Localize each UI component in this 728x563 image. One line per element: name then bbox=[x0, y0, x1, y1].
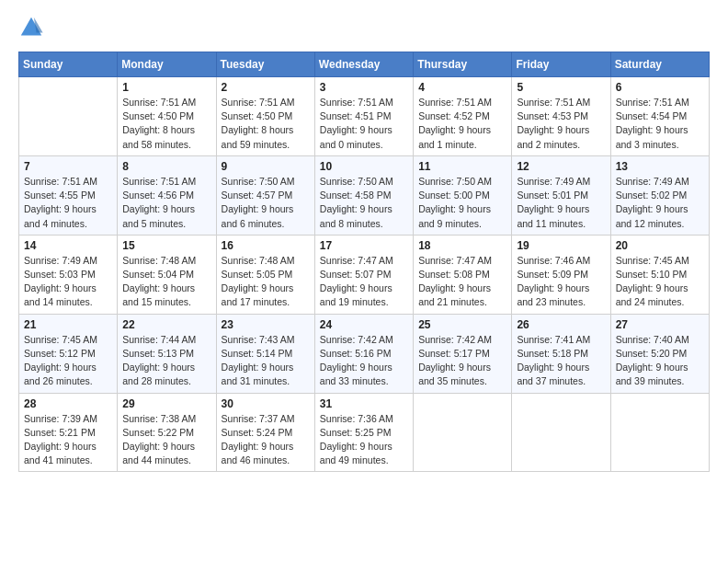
day-info: Sunrise: 7:43 AMSunset: 5:14 PMDaylight:… bbox=[222, 333, 310, 389]
calendar-cell: 13Sunrise: 7:49 AMSunset: 5:02 PMDayligh… bbox=[610, 155, 709, 235]
day-number: 21 bbox=[24, 318, 112, 331]
day-info: Sunrise: 7:38 AMSunset: 5:22 PMDaylight:… bbox=[122, 412, 210, 468]
day-of-week-header: Friday bbox=[512, 52, 610, 77]
calendar-cell: 18Sunrise: 7:47 AMSunset: 5:08 PMDayligh… bbox=[414, 235, 512, 314]
day-number: 12 bbox=[517, 160, 605, 173]
day-number: 23 bbox=[222, 318, 310, 331]
day-info: Sunrise: 7:50 AMSunset: 5:00 PMDaylight:… bbox=[418, 175, 506, 231]
day-info: Sunrise: 7:47 AMSunset: 5:08 PMDaylight:… bbox=[418, 254, 506, 310]
day-info: Sunrise: 7:46 AMSunset: 5:09 PMDaylight:… bbox=[517, 254, 605, 310]
day-number: 25 bbox=[418, 318, 506, 331]
calendar-cell: 14Sunrise: 7:49 AMSunset: 5:03 PMDayligh… bbox=[19, 235, 118, 314]
day-info: Sunrise: 7:45 AMSunset: 5:12 PMDaylight:… bbox=[24, 333, 112, 389]
day-info: Sunrise: 7:49 AMSunset: 5:01 PMDaylight:… bbox=[517, 175, 605, 231]
day-of-week-header: Tuesday bbox=[216, 52, 314, 77]
calendar-cell: 2Sunrise: 7:51 AMSunset: 4:50 PMDaylight… bbox=[216, 77, 314, 156]
calendar-cell: 28Sunrise: 7:39 AMSunset: 5:21 PMDayligh… bbox=[19, 393, 118, 472]
calendar-cell: 31Sunrise: 7:36 AMSunset: 5:25 PMDayligh… bbox=[314, 393, 413, 472]
day-number: 14 bbox=[24, 239, 112, 252]
calendar-cell: 12Sunrise: 7:49 AMSunset: 5:01 PMDayligh… bbox=[512, 155, 610, 235]
day-number: 27 bbox=[616, 318, 704, 331]
calendar-cell: 17Sunrise: 7:47 AMSunset: 5:07 PMDayligh… bbox=[314, 235, 413, 314]
day-number: 15 bbox=[122, 239, 210, 252]
calendar-header-row: SundayMondayTuesdayWednesdayThursdayFrid… bbox=[19, 52, 710, 77]
calendar-cell bbox=[414, 393, 512, 472]
calendar-cell: 4Sunrise: 7:51 AMSunset: 4:52 PMDaylight… bbox=[414, 77, 512, 156]
day-of-week-header: Sunday bbox=[19, 52, 118, 77]
day-info: Sunrise: 7:51 AMSunset: 4:54 PMDaylight:… bbox=[616, 96, 704, 152]
calendar-week-row: 1Sunrise: 7:51 AMSunset: 4:50 PMDaylight… bbox=[19, 77, 710, 156]
day-info: Sunrise: 7:42 AMSunset: 5:17 PMDaylight:… bbox=[418, 333, 506, 389]
day-number: 2 bbox=[222, 81, 310, 94]
day-number: 31 bbox=[320, 397, 408, 410]
calendar-cell: 29Sunrise: 7:38 AMSunset: 5:22 PMDayligh… bbox=[118, 393, 216, 472]
calendar-week-row: 14Sunrise: 7:49 AMSunset: 5:03 PMDayligh… bbox=[19, 235, 710, 314]
day-info: Sunrise: 7:42 AMSunset: 5:16 PMDaylight:… bbox=[320, 333, 408, 389]
page-header bbox=[18, 15, 710, 40]
day-info: Sunrise: 7:40 AMSunset: 5:20 PMDaylight:… bbox=[616, 333, 704, 389]
calendar-cell: 23Sunrise: 7:43 AMSunset: 5:14 PMDayligh… bbox=[216, 314, 314, 393]
day-info: Sunrise: 7:50 AMSunset: 4:58 PMDaylight:… bbox=[320, 175, 408, 231]
calendar-cell: 15Sunrise: 7:48 AMSunset: 5:04 PMDayligh… bbox=[118, 235, 216, 314]
calendar-cell bbox=[19, 77, 118, 156]
day-info: Sunrise: 7:50 AMSunset: 4:57 PMDaylight:… bbox=[222, 175, 310, 231]
day-info: Sunrise: 7:51 AMSunset: 4:53 PMDaylight:… bbox=[517, 96, 605, 152]
day-number: 20 bbox=[616, 239, 704, 252]
day-info: Sunrise: 7:51 AMSunset: 4:51 PMDaylight:… bbox=[320, 96, 408, 152]
day-number: 18 bbox=[418, 239, 506, 252]
day-info: Sunrise: 7:51 AMSunset: 4:50 PMDaylight:… bbox=[122, 96, 210, 152]
day-info: Sunrise: 7:49 AMSunset: 5:02 PMDaylight:… bbox=[616, 175, 704, 231]
day-number: 3 bbox=[320, 81, 408, 94]
day-number: 4 bbox=[418, 81, 506, 94]
day-number: 24 bbox=[320, 318, 408, 331]
day-number: 6 bbox=[616, 81, 704, 94]
day-number: 13 bbox=[616, 160, 704, 173]
calendar-cell: 9Sunrise: 7:50 AMSunset: 4:57 PMDaylight… bbox=[216, 155, 314, 235]
day-info: Sunrise: 7:48 AMSunset: 5:05 PMDaylight:… bbox=[222, 254, 310, 310]
day-number: 10 bbox=[320, 160, 408, 173]
calendar-cell: 24Sunrise: 7:42 AMSunset: 5:16 PMDayligh… bbox=[314, 314, 413, 393]
day-info: Sunrise: 7:45 AMSunset: 5:10 PMDaylight:… bbox=[616, 254, 704, 310]
day-number: 17 bbox=[320, 239, 408, 252]
day-info: Sunrise: 7:47 AMSunset: 5:07 PMDaylight:… bbox=[320, 254, 408, 310]
day-number: 11 bbox=[418, 160, 506, 173]
calendar-week-row: 21Sunrise: 7:45 AMSunset: 5:12 PMDayligh… bbox=[19, 314, 710, 393]
calendar-cell: 1Sunrise: 7:51 AMSunset: 4:50 PMDaylight… bbox=[118, 77, 216, 156]
day-number: 8 bbox=[122, 160, 210, 173]
calendar-week-row: 28Sunrise: 7:39 AMSunset: 5:21 PMDayligh… bbox=[19, 393, 710, 472]
day-number: 7 bbox=[24, 160, 112, 173]
calendar-table: SundayMondayTuesdayWednesdayThursdayFrid… bbox=[18, 52, 710, 472]
day-number: 16 bbox=[222, 239, 310, 252]
calendar-cell: 3Sunrise: 7:51 AMSunset: 4:51 PMDaylight… bbox=[314, 77, 413, 156]
day-number: 26 bbox=[517, 318, 605, 331]
calendar-cell: 19Sunrise: 7:46 AMSunset: 5:09 PMDayligh… bbox=[512, 235, 610, 314]
day-of-week-header: Thursday bbox=[414, 52, 512, 77]
day-number: 5 bbox=[517, 81, 605, 94]
calendar-cell: 16Sunrise: 7:48 AMSunset: 5:05 PMDayligh… bbox=[216, 235, 314, 314]
calendar-cell: 30Sunrise: 7:37 AMSunset: 5:24 PMDayligh… bbox=[216, 393, 314, 472]
day-of-week-header: Monday bbox=[118, 52, 216, 77]
calendar-cell: 21Sunrise: 7:45 AMSunset: 5:12 PMDayligh… bbox=[19, 314, 118, 393]
day-number: 9 bbox=[222, 160, 310, 173]
calendar-cell: 5Sunrise: 7:51 AMSunset: 4:53 PMDaylight… bbox=[512, 77, 610, 156]
calendar-cell: 25Sunrise: 7:42 AMSunset: 5:17 PMDayligh… bbox=[414, 314, 512, 393]
day-info: Sunrise: 7:48 AMSunset: 5:04 PMDaylight:… bbox=[122, 254, 210, 310]
day-info: Sunrise: 7:51 AMSunset: 4:56 PMDaylight:… bbox=[122, 175, 210, 231]
day-info: Sunrise: 7:51 AMSunset: 4:52 PMDaylight:… bbox=[418, 96, 506, 152]
day-info: Sunrise: 7:51 AMSunset: 4:55 PMDaylight:… bbox=[24, 175, 112, 231]
day-info: Sunrise: 7:51 AMSunset: 4:50 PMDaylight:… bbox=[222, 96, 310, 152]
day-number: 19 bbox=[517, 239, 605, 252]
calendar-cell bbox=[512, 393, 610, 472]
day-info: Sunrise: 7:49 AMSunset: 5:03 PMDaylight:… bbox=[24, 254, 112, 310]
calendar-cell: 8Sunrise: 7:51 AMSunset: 4:56 PMDaylight… bbox=[118, 155, 216, 235]
day-number: 29 bbox=[122, 397, 210, 410]
day-info: Sunrise: 7:36 AMSunset: 5:25 PMDaylight:… bbox=[320, 412, 408, 468]
day-info: Sunrise: 7:41 AMSunset: 5:18 PMDaylight:… bbox=[517, 333, 605, 389]
day-number: 28 bbox=[24, 397, 112, 410]
day-info: Sunrise: 7:39 AMSunset: 5:21 PMDaylight:… bbox=[24, 412, 112, 468]
calendar-cell: 22Sunrise: 7:44 AMSunset: 5:13 PMDayligh… bbox=[118, 314, 216, 393]
calendar-cell: 26Sunrise: 7:41 AMSunset: 5:18 PMDayligh… bbox=[512, 314, 610, 393]
calendar-cell bbox=[610, 393, 709, 472]
day-number: 30 bbox=[222, 397, 310, 410]
day-info: Sunrise: 7:44 AMSunset: 5:13 PMDaylight:… bbox=[122, 333, 210, 389]
